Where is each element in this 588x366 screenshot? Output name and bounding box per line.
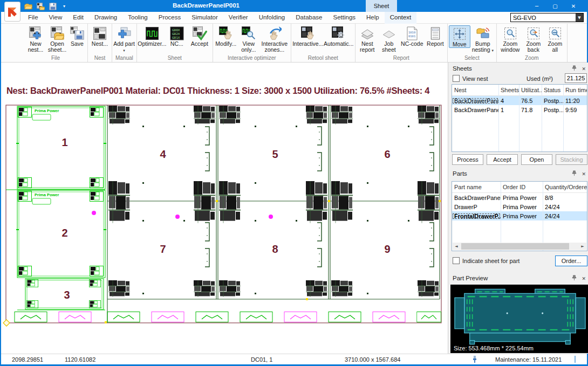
add-part-button[interactable]: Add part ▾ <box>113 25 135 53</box>
tab-database[interactable]: Database <box>290 12 327 24</box>
part-preview-viewport[interactable]: Size: 553.468mm * 225.54mm <box>450 285 588 353</box>
ribbon-group-manual: Add part ▾ Manual <box>112 24 137 62</box>
parts-col-qty[interactable]: Quantity/Ordered <box>543 184 587 190</box>
right-panel: Sheets ✕ View nest Used (m²) 21.125 Nest… <box>448 63 588 354</box>
tab-view[interactable]: View <box>44 12 68 24</box>
app-logo[interactable] <box>4 2 20 22</box>
bump-nesting-button[interactable]: Bump nesting ▾ <box>470 25 495 53</box>
sheets-row[interactable]: BackDrawerPanel... 4 76.5 Postp... 11:20 <box>452 96 587 105</box>
retool-automatic-button[interactable]: Automatic... <box>324 25 354 47</box>
used-label: Used (m²) <box>527 75 553 82</box>
sheets-table[interactable]: Nest Sheets Utilizat... Status Run time … <box>452 84 587 152</box>
tab-edit[interactable]: Edit <box>67 12 89 24</box>
view-only-icon <box>241 26 257 41</box>
machine-profile-combobox[interactable]: SG-EVO ▼ <box>510 13 584 22</box>
sheets-col-runtime[interactable]: Run time <box>563 87 587 93</box>
svg-text:G00X: G00X <box>172 28 180 32</box>
part-size-text: Size: 553.468mm * 225.54mm <box>454 345 534 351</box>
move-icon <box>452 26 468 42</box>
used-value: 21.125 <box>565 73 587 83</box>
parts-col-order[interactable]: Order ID <box>501 184 543 190</box>
svg-text:1010: 1010 <box>408 31 415 34</box>
parts-col-name[interactable]: Part name <box>452 184 501 190</box>
close-icon[interactable]: ✕ <box>582 171 586 177</box>
parts-row[interactable]: FrontalDrawerP... Prima Power 24/24 <box>452 211 587 220</box>
sheets-col-status[interactable]: Status <box>542 87 563 93</box>
maximize-button[interactable]: ▢ <box>546 0 564 12</box>
maintenance-date: Maintenance: 15.11.2021 <box>495 356 562 363</box>
nest-report-button[interactable]: Nest report <box>357 25 378 53</box>
group-label-manual: Manual <box>113 55 135 62</box>
combo-dropdown-icon[interactable]: ▼ <box>576 13 583 22</box>
sheets-col-sheets[interactable]: Sheets <box>498 87 519 93</box>
nest-report-icon <box>359 26 375 41</box>
order-button[interactable]: Order... <box>555 255 587 266</box>
qat-open-nest-button[interactable] <box>36 2 45 10</box>
process-button[interactable]: Process <box>452 154 483 165</box>
optimizer-button[interactable]: Optimizer... <box>138 25 166 47</box>
parts-table[interactable]: Part name Order ID Quantity/Ordered Back… <box>452 181 587 251</box>
modify-button[interactable]: Modify... <box>214 25 238 47</box>
scrollbar-thumb[interactable] <box>461 243 569 250</box>
pin-icon[interactable] <box>571 275 577 282</box>
sheets-row[interactable]: BackDrawerPanel... 1 71.8 Postp... 9:59 <box>452 105 587 114</box>
close-icon[interactable]: ✕ <box>582 66 586 72</box>
group-label-file: File <box>25 55 86 62</box>
tab-verifier[interactable]: Verifier <box>223 12 254 24</box>
report-button[interactable]: Report <box>425 25 446 47</box>
group-label-interactive-optimizer: Interactive optimizer <box>214 55 290 62</box>
view-only-button[interactable]: View only... <box>238 25 259 53</box>
svg-text:9: 9 <box>384 243 390 255</box>
zoom-back-button[interactable]: Zoom back <box>523 25 544 53</box>
tab-simulator[interactable]: Simulator <box>186 12 223 24</box>
open-sheet-button[interactable]: Open sheet... <box>46 25 68 53</box>
tab-help[interactable]: Help <box>361 12 385 24</box>
pin-icon[interactable] <box>571 170 577 177</box>
minimize-button[interactable]: ─ <box>528 0 546 12</box>
move-button[interactable]: Move <box>449 25 470 48</box>
machine-profile-value: SG-EVO <box>511 15 576 21</box>
interactive-zones-button[interactable]: Interactive zones... <box>259 25 290 53</box>
parts-hscrollbar[interactable]: ◄ ► <box>453 243 586 250</box>
ribbon-group-nest: Nest... Nest <box>88 24 112 62</box>
nc-icon: G00XG02XG01X <box>169 26 185 41</box>
retool-interactive-button[interactable]: Interactive... <box>292 25 324 47</box>
context-tab-group[interactable]: Sheet <box>366 0 397 12</box>
close-icon[interactable]: ✕ <box>582 276 586 281</box>
scroll-right-icon[interactable]: ► <box>579 243 586 250</box>
tab-file[interactable]: File <box>23 12 44 24</box>
pin-icon[interactable] <box>571 65 577 72</box>
accept-button[interactable]: Accept <box>188 25 211 47</box>
tab-context[interactable]: Context <box>385 12 417 24</box>
job-sheet-button[interactable]: Job sheet <box>378 25 400 53</box>
tab-process[interactable]: Process <box>153 12 187 24</box>
zoom-all-button[interactable]: Zoom all <box>544 25 566 53</box>
scroll-left-icon[interactable]: ◄ <box>453 243 460 250</box>
nc-code-button[interactable]: 10100101 NC-code <box>400 25 425 47</box>
quick-access-toolbar: ▾ <box>24 2 65 10</box>
open-button[interactable]: Open <box>521 154 552 165</box>
parts-row[interactable]: DrawerP Prima Power 24/24 <box>452 202 587 211</box>
nc-button[interactable]: G00XG02XG01X NC... <box>166 25 188 47</box>
group-label-retool-sheet: Retool sheet <box>292 55 354 62</box>
tab-settings[interactable]: Settings <box>327 12 361 24</box>
indicate-sheet-checkbox[interactable] <box>453 257 460 264</box>
parts-row[interactable]: BackDrawerPanelP Prima Power 8/8 <box>452 193 587 202</box>
nesting-canvas[interactable]: Nest: BackDrawerPanelP001 Material: DC01… <box>1 63 448 354</box>
new-nest-button[interactable]: New nest... <box>25 25 46 53</box>
view-nest-checkbox[interactable] <box>453 75 460 82</box>
tab-unfolding[interactable]: Unfolding <box>254 12 291 24</box>
qat-save-button[interactable] <box>49 2 57 10</box>
tab-drawing[interactable]: Drawing <box>89 12 122 24</box>
qat-customize-icon[interactable]: ▾ <box>63 4 65 9</box>
sheets-col-nest[interactable]: Nest <box>452 87 498 93</box>
save-button[interactable]: Save <box>68 25 86 47</box>
nest-button[interactable]: Nest... <box>89 25 111 47</box>
qat-open-button[interactable] <box>24 2 32 10</box>
dropdown-arrow-icon: ▾ <box>491 49 494 53</box>
zoom-window-button[interactable]: Zoom window <box>498 25 523 53</box>
accept-sheet-button[interactable]: Accept <box>487 154 518 165</box>
sheets-col-utilization[interactable]: Utilizat... <box>519 87 542 93</box>
tab-tooling[interactable]: Tooling <box>122 12 153 24</box>
close-button[interactable]: ✕ <box>564 0 583 12</box>
